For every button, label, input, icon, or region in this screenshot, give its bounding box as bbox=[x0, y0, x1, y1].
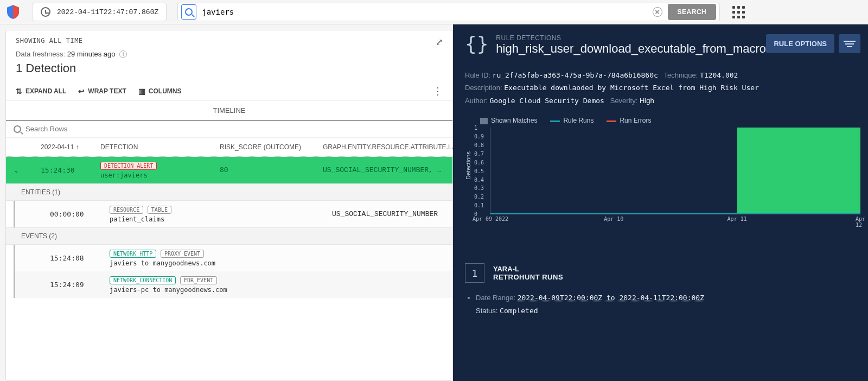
search-button[interactable]: SEARCH bbox=[668, 4, 717, 20]
info-icon[interactable]: i bbox=[119, 50, 127, 58]
expand-panel-icon[interactable]: ⤢ bbox=[436, 37, 443, 47]
search-icon bbox=[14, 125, 21, 133]
entities-header: ENTITIES (1) bbox=[6, 183, 452, 201]
col-date[interactable]: 2022-04-11 bbox=[41, 143, 100, 151]
expand-all-button[interactable]: ⇅EXPAND ALL bbox=[16, 87, 66, 96]
detection-alert-row[interactable]: ⌄ 15:24:30 DETECTION ALERT user:javiers … bbox=[6, 157, 452, 183]
clear-search-icon[interactable] bbox=[653, 7, 662, 17]
braces-icon: {} bbox=[465, 34, 488, 54]
alert-badge: DETECTION ALERT bbox=[100, 162, 157, 170]
wrap-text-button[interactable]: ↩WRAP TEXT bbox=[78, 87, 126, 96]
app-logo[interactable] bbox=[4, 3, 22, 21]
chevron-down-icon[interactable]: ⌄ bbox=[14, 167, 41, 174]
rule-options-button[interactable]: RULE OPTIONS bbox=[766, 34, 834, 53]
event-row[interactable]: 15:24:09 NETWORK_CONNECTION EDR_EVENT ja… bbox=[14, 271, 452, 298]
event-row[interactable]: 15:24:08 NETWORK_HTTP PROXY_EVENT javier… bbox=[14, 245, 452, 271]
col-detection[interactable]: DETECTION bbox=[100, 143, 220, 151]
panel-subtitle: RULE DETECTIONS bbox=[496, 34, 766, 42]
table-header: 2022-04-11 DETECTION RISK_SCORE (OUTCOME… bbox=[6, 138, 452, 157]
columns-button[interactable]: ▥COLUMNS bbox=[138, 87, 182, 96]
time-scope-label: SHOWING ALL TIME bbox=[16, 37, 443, 45]
clock-icon bbox=[41, 7, 50, 17]
search-icon bbox=[181, 4, 196, 20]
rule-metadata: Rule ID: ru_2f7a5fab-a363-475a-9b7a-784a… bbox=[465, 69, 860, 107]
rule-title: high_risk_user_download_executable_from_… bbox=[496, 42, 766, 56]
filter-button[interactable] bbox=[839, 34, 860, 53]
events-header: EVENTS (2) bbox=[6, 227, 452, 245]
data-freshness: Data freshness: 29 minutes ago i bbox=[16, 50, 443, 58]
detections-panel: ⤢ SHOWING ALL TIME Data freshness: 29 mi… bbox=[5, 30, 453, 381]
more-menu-icon[interactable]: ⋮ bbox=[433, 85, 443, 97]
retrohunt-section: 1 YARA-L RETROHUNT RUNS bbox=[465, 263, 860, 283]
rule-details-panel: RULE OPTIONS {} RULE DETECTIONS high_ris… bbox=[453, 24, 868, 381]
col-graph[interactable]: GRAPH.ENTITY.RESOURCE.ATTRIBUTE.LABELS bbox=[323, 143, 453, 151]
row-search-input[interactable] bbox=[25, 125, 445, 133]
search-input[interactable] bbox=[202, 8, 652, 16]
apps-icon[interactable] bbox=[731, 4, 746, 20]
detections-chart: Detections Shown Matches Rule Runs Run E… bbox=[465, 117, 860, 214]
detection-count: 1 Detection bbox=[16, 61, 443, 75]
filter-icon bbox=[845, 43, 854, 45]
global-search[interactable]: SEARCH bbox=[177, 3, 720, 21]
time-range-picker[interactable]: 2022-04-11T22:47:07.860Z bbox=[33, 3, 167, 21]
timeline-header: TIMELINE bbox=[6, 101, 452, 120]
entity-row[interactable]: 00:00:00 RESOURCE TABLE patient_claims U… bbox=[14, 201, 452, 227]
timestamp-value: 2022-04-11T22:47:07.860Z bbox=[57, 8, 158, 16]
col-risk[interactable]: RISK_SCORE (OUTCOME) bbox=[220, 143, 323, 151]
